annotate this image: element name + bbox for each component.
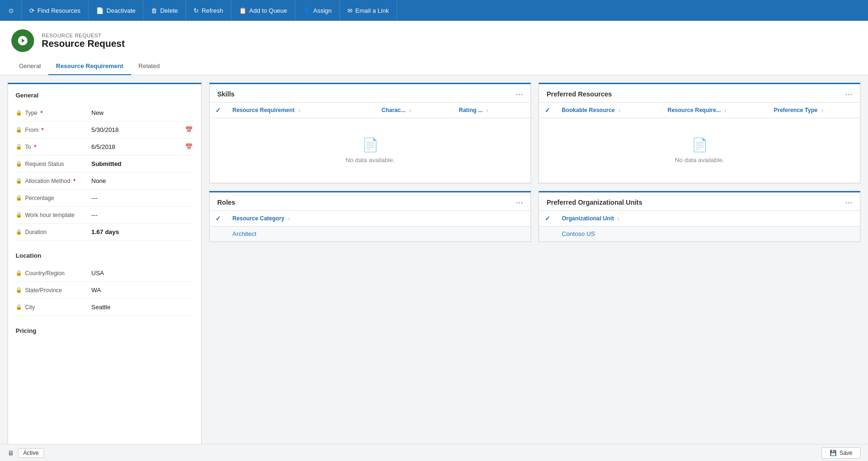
calendar-icon-from[interactable]: 📅 — [184, 125, 194, 134]
find-resources-icon: ⟳ — [29, 7, 35, 14]
right-panel: Preferred Resources ··· ✓ Bookable Resou… — [539, 83, 860, 453]
field-row-type: 🔒 Type * New — [16, 104, 194, 122]
field-value-duration: 1.67 days — [91, 228, 194, 235]
nav-assign-label: Assign — [313, 7, 332, 14]
field-name-request-status: Request Status — [25, 161, 64, 167]
nav-bar: ⊙ ⟳ Find Resources 📄 Deactivate 🗑 Delete… — [0, 0, 868, 21]
roles-card: Roles ··· ✓ Resource Category ↕ — [209, 191, 531, 242]
pricing-section: Pricing — [16, 323, 194, 334]
skills-check-all[interactable]: ✓ — [215, 106, 221, 114]
roles-row-check — [210, 226, 227, 242]
calendar-icon-to[interactable]: 📅 — [184, 142, 194, 151]
field-row-country-region: 🔒 Country/Region USA — [16, 265, 194, 282]
nav-find-resources[interactable]: ⟳ Find Resources — [22, 0, 89, 21]
field-name-work-hour-template: Work hour template — [25, 212, 75, 218]
preferred-resources-title: Preferred Resources — [547, 90, 612, 98]
field-label-from: 🔒 From * — [16, 126, 91, 134]
field-row-from: 🔒 From * 5/30/2018 📅 — [16, 122, 194, 139]
roles-card-header: Roles ··· — [210, 192, 531, 210]
sort-icon-charac: ↕ — [409, 108, 411, 113]
preferred-org-units-table: ✓ Organizational Unit ↕ Contoso US — [539, 210, 860, 242]
main-content: General 🔒 Type * New 🔒 From * 5/30/2018 … — [0, 75, 868, 461]
field-value-to[interactable]: 6/5/2018 — [91, 143, 184, 150]
preferred-resources-card: Preferred Resources ··· ✓ Bookable Resou… — [539, 83, 860, 183]
pref-res-no-data-icon: 📄 — [691, 137, 708, 153]
field-value-work-hour-template: --- — [91, 211, 194, 218]
save-icon: 💾 — [830, 450, 837, 456]
bottom-bar: 🖥 Active 💾 Save — [0, 444, 868, 461]
preferred-org-units-header: Preferred Organizational Units ··· — [539, 192, 860, 210]
pref-org-check-all[interactable]: ✓ — [545, 215, 550, 222]
general-section-title: General — [16, 92, 194, 99]
field-row-to: 🔒 To * 6/5/2018 📅 — [16, 139, 194, 156]
preferred-resources-menu[interactable]: ··· — [845, 90, 852, 98]
pref-res-no-data: 📄 No data available. — [545, 122, 854, 179]
field-value-request-status: Submitted — [91, 160, 194, 167]
save-button[interactable]: 💾 Save — [822, 447, 860, 459]
lock-icon-state-province: 🔒 — [16, 287, 22, 293]
field-label-country-region: 🔒 Country/Region — [16, 270, 91, 277]
field-row-state-province: 🔒 State/Province WA — [16, 282, 194, 299]
roles-row-architect-value[interactable]: Architect — [227, 226, 531, 242]
nav-email-a-link[interactable]: ✉ Email a Link — [340, 0, 397, 21]
page-header-text: RESOURCE REQUEST Resource Request — [42, 33, 125, 49]
center-panel: Skills ··· ✓ Resource Requirement ↕ C — [209, 83, 531, 453]
pref-org-col-org-unit[interactable]: Organizational Unit ↕ — [556, 211, 860, 226]
field-label-request-status: 🔒 Request Status — [16, 161, 91, 167]
skills-col-rating[interactable]: Rating ... ↕ — [453, 103, 531, 118]
tab-resource-requirement[interactable]: Resource Requirement — [48, 58, 131, 75]
skills-card-menu[interactable]: ··· — [516, 90, 523, 98]
roles-card-menu[interactable]: ··· — [516, 198, 523, 207]
pref-org-row-contoso-value[interactable]: Contoso US — [556, 226, 860, 242]
field-label-city: 🔒 City — [16, 304, 91, 311]
pref-res-check-all[interactable]: ✓ — [545, 106, 550, 114]
field-value-city: Seattle — [91, 304, 194, 311]
skills-card-header: Skills ··· — [210, 84, 531, 102]
pref-org-check-col: ✓ — [539, 211, 556, 226]
page-subtitle: RESOURCE REQUEST — [42, 33, 125, 38]
field-value-type: New — [91, 109, 194, 116]
nav-delete[interactable]: 🗑 Delete — [143, 0, 186, 21]
roles-row-architect[interactable]: Architect — [210, 226, 531, 242]
field-name-allocation-method: Allocation Method — [25, 178, 70, 184]
field-label-percentage: 🔒 Percentage — [16, 195, 91, 201]
roles-col-resource-category[interactable]: Resource Category ↕ — [227, 211, 531, 226]
skills-table: ✓ Resource Requirement ↕ Charac... ↕ Rat… — [210, 102, 531, 183]
pref-org-row-contoso[interactable]: Contoso US — [539, 226, 860, 242]
pref-res-col-bookable[interactable]: Bookable Resource ↕ — [556, 103, 662, 118]
roles-check-all[interactable]: ✓ — [215, 215, 221, 222]
status-icon: 🖥 — [8, 449, 14, 457]
pricing-section-title: Pricing — [16, 327, 194, 334]
skills-col-resource-requirement[interactable]: Resource Requirement ↕ — [227, 103, 376, 118]
nav-add-to-queue-label: Add to Queue — [249, 7, 287, 14]
lock-icon-allocation-method: 🔒 — [16, 178, 22, 184]
skills-no-data-icon: 📄 — [362, 137, 379, 153]
delete-icon: 🗑 — [151, 7, 157, 14]
lock-icon-to: 🔒 — [16, 144, 22, 150]
lock-icon-country-region: 🔒 — [16, 270, 22, 276]
tab-related[interactable]: Related — [131, 58, 168, 75]
nav-deactivate[interactable]: 📄 Deactivate — [89, 0, 143, 21]
field-value-from[interactable]: 5/30/2018 — [91, 126, 184, 133]
lock-icon-city: 🔒 — [16, 304, 22, 310]
required-to: * — [34, 143, 36, 151]
nav-email-label: Email a Link — [355, 7, 389, 14]
pref-res-no-data-text: No data available. — [675, 157, 724, 164]
pref-res-col-preference-type[interactable]: Preference Type ↕ — [768, 103, 860, 118]
field-row-city: 🔒 City Seattle — [16, 299, 194, 316]
field-row-request-status: 🔒 Request Status Submitted — [16, 156, 194, 173]
lock-icon-work-hour-template: 🔒 — [16, 212, 22, 218]
tab-general[interactable]: General — [11, 58, 48, 75]
location-section-title: Location — [16, 252, 194, 259]
preferred-org-units-menu[interactable]: ··· — [845, 198, 852, 207]
page-icon — [11, 29, 34, 52]
nav-assign[interactable]: 👤 Assign — [295, 0, 340, 21]
field-name-duration: Duration — [25, 229, 46, 235]
skills-col-charac[interactable]: Charac... ↕ — [376, 103, 453, 118]
field-label-allocation-method: 🔒 Allocation Method * — [16, 177, 91, 185]
required-type: * — [40, 109, 43, 117]
nav-refresh[interactable]: ↻ Refresh — [186, 0, 231, 21]
pref-res-col-require[interactable]: Resource Require... ↕ — [662, 103, 768, 118]
nav-add-to-queue[interactable]: 📋 Add to Queue — [231, 0, 295, 21]
nav-home[interactable]: ⊙ — [4, 0, 22, 21]
